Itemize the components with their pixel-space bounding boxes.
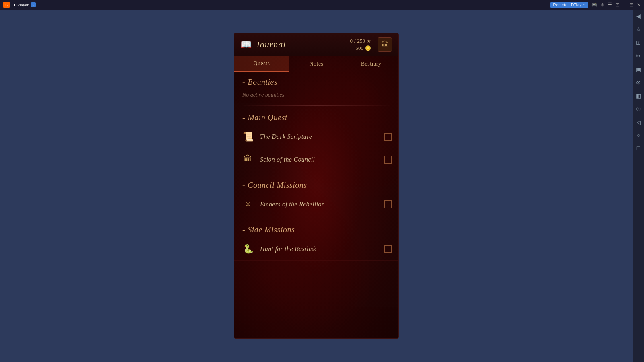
sidebar-location-icon[interactable]: ☉ <box>636 106 641 113</box>
sidebar-back-icon[interactable]: ◁ <box>636 119 641 126</box>
ldplayer-bar: L LDPlayer 9 Remote LDPlayer 🎮 ⊕ ☰ ⊡ ─ ⊟… <box>0 0 644 10</box>
xp-current: 0 <box>350 38 353 44</box>
bounties-divider <box>241 105 392 106</box>
xp-stat: 0/250 ★ <box>350 38 371 44</box>
ldplayer-close-icon[interactable]: ✕ <box>637 2 641 8</box>
ldplayer-gamepad-icon[interactable]: 🎮 <box>591 2 597 8</box>
sidebar-star-icon[interactable]: ☆ <box>636 26 641 33</box>
dark-scripture-icon: 📜 <box>241 130 255 144</box>
journal-content[interactable]: -Bounties No active bounties -Main Quest… <box>234 72 398 337</box>
hunt-basilisk-name: Hunt for the Basilisk <box>260 245 379 253</box>
right-sidebar: ◀ ☆ ⊞ ✂ ▣ ⊗ ◧ ☉ ◁ ○ □ <box>633 10 644 362</box>
remote-ldplayer-button[interactable]: Remote LDPlayer <box>550 2 588 8</box>
chest-icon[interactable]: 🏛 <box>378 37 392 52</box>
embers-rebellion-name: Embers of the Rebellion <box>260 201 379 208</box>
ldplayer-icon: L <box>3 2 10 8</box>
main-area: 📖 Journal 0/250 ★ 500 🪙 🏛 Qu <box>0 10 633 362</box>
gold-stat: 500 🪙 <box>356 45 372 51</box>
sidebar-scissors-icon[interactable]: ✂ <box>636 53 641 60</box>
council-missions-section-header: -Council Missions <box>234 175 398 193</box>
embers-rebellion-checkbox[interactable] <box>384 200 392 208</box>
gold-amount: 500 <box>356 45 364 51</box>
sidebar-screen-icon[interactable]: ▣ <box>636 66 641 73</box>
sidebar-arrow-icon[interactable]: ◀ <box>636 13 641 20</box>
journal-book-icon: 📖 <box>241 39 252 50</box>
sidebar-grid-icon[interactable]: ⊞ <box>636 39 641 46</box>
quest-item-embers-rebellion[interactable]: ⚔ Embers of the Rebellion <box>234 193 398 216</box>
journal-tabs: Quests Notes Bestiary <box>234 56 398 72</box>
ldplayer-menu-icon[interactable]: ☰ <box>608 2 612 8</box>
ldplayer-minimize-icon[interactable]: ─ <box>623 2 626 8</box>
sidebar-folder-icon[interactable]: ◧ <box>636 93 641 99</box>
quest-item-hunt-basilisk[interactable]: 🐍 Hunt for the Basilisk <box>234 238 398 261</box>
hunt-basilisk-icon: 🐍 <box>241 242 255 256</box>
main-quest-divider <box>241 173 392 173</box>
ldplayer-restore-icon[interactable]: ⊟ <box>630 2 634 8</box>
council-missions-divider <box>241 218 392 218</box>
journal-header: 📖 Journal 0/250 ★ 500 🪙 🏛 <box>234 33 398 56</box>
bounties-section-header: -Bounties <box>234 72 398 90</box>
sidebar-home-icon[interactable]: ○ <box>637 132 640 139</box>
journal-title-group: 📖 Journal <box>241 39 286 50</box>
quest-item-dark-scripture[interactable]: 📜 The Dark Scripture <box>234 125 398 148</box>
ldplayer-name: LDPlayer <box>11 2 29 7</box>
tab-quests[interactable]: Quests <box>234 56 289 72</box>
journal-panel: 📖 Journal 0/250 ★ 500 🪙 🏛 Qu <box>234 33 399 339</box>
embers-rebellion-icon: ⚔ <box>241 197 255 212</box>
ldplayer-controls: Remote LDPlayer 🎮 ⊕ ☰ ⊡ ─ ⊟ ✕ <box>550 2 641 8</box>
ldplayer-version: 9 <box>31 2 36 7</box>
ldplayer-logo: L LDPlayer 9 <box>3 2 36 8</box>
coin-icon: 🪙 <box>365 45 371 51</box>
xp-max: 250 <box>357 38 365 44</box>
sidebar-recents-icon[interactable]: □ <box>637 145 640 152</box>
no-bounties-text: No active bounties <box>234 90 398 104</box>
side-missions-section-header: -Side Missions <box>234 220 398 238</box>
star-icon: ★ <box>367 38 371 44</box>
scion-council-checkbox[interactable] <box>384 156 392 164</box>
hunt-basilisk-checkbox[interactable] <box>384 245 392 253</box>
quest-item-scion-council[interactable]: 🏛 Scion of the Council <box>234 148 398 171</box>
main-quest-section-header: -Main Quest <box>234 107 398 125</box>
journal-title: Journal <box>256 39 286 50</box>
journal-stats: 0/250 ★ 500 🪙 <box>350 38 371 51</box>
sidebar-cross-icon[interactable]: ⊗ <box>636 79 641 86</box>
ldplayer-search-icon[interactable]: ⊕ <box>601 2 605 8</box>
tab-bestiary[interactable]: Bestiary <box>344 56 398 72</box>
dark-scripture-checkbox[interactable] <box>384 133 392 141</box>
scion-council-icon: 🏛 <box>241 152 255 167</box>
ldplayer-window-icon[interactable]: ⊡ <box>615 2 619 8</box>
scion-council-name: Scion of the Council <box>260 156 379 163</box>
dark-scripture-name: The Dark Scripture <box>260 133 379 140</box>
tab-notes[interactable]: Notes <box>289 56 344 72</box>
